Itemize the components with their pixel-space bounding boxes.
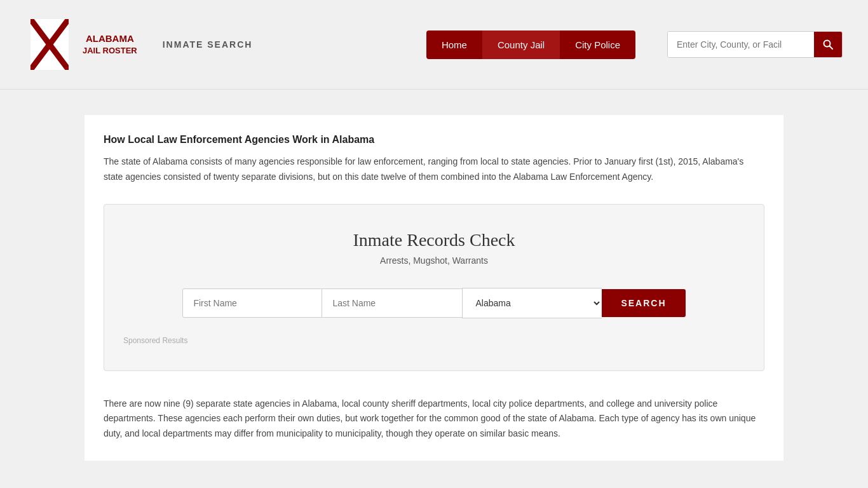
alabama-flag-icon [31,19,69,70]
header-search-button[interactable] [814,32,842,57]
nav-home-button[interactable]: Home [426,30,482,59]
records-box: Inmate Records Check Arrests, Mugshot, W… [104,204,764,371]
search-records-button[interactable]: SEARCH [602,289,685,317]
header-search-input[interactable] [668,32,814,57]
records-form: AlabamaAlaskaArizonaArkansasCaliforniaCo… [123,288,745,318]
main-content: How Local Law Enforcement Agencies Work … [85,115,783,461]
state-select[interactable]: AlabamaAlaskaArizonaArkansasCaliforniaCo… [462,288,602,318]
nav-county-jail-button[interactable]: County Jail [482,30,560,59]
records-subtitle: Arrests, Mugshot, Warrants [123,255,745,266]
svg-line-4 [830,46,833,50]
logo-image [25,13,73,76]
nav-city-police-button[interactable]: City Police [560,30,635,59]
first-name-input[interactable] [182,288,322,318]
article-heading: How Local Law Enforcement Agencies Work … [104,134,764,146]
logo-text: ALABAMA JAIL ROSTER [83,32,137,57]
article-text-bottom: There are now nine (9) separate state ag… [104,396,764,442]
sponsored-label: Sponsored Results [123,336,745,345]
last-name-input[interactable] [322,288,462,318]
inmate-search-label: INMATE SEARCH [163,39,253,50]
search-icon [823,39,833,50]
header: ALABAMA JAIL ROSTER INMATE SEARCH Home C… [0,0,868,90]
content-area: How Local Law Enforcement Agencies Work … [104,115,764,461]
article-text-top: The state of Alabama consists of many ag… [104,154,764,185]
header-search-bar [667,31,843,58]
main-nav: Home County Jail City Police [426,30,635,59]
records-title: Inmate Records Check [123,230,745,250]
logo-area[interactable]: ALABAMA JAIL ROSTER [25,13,137,76]
